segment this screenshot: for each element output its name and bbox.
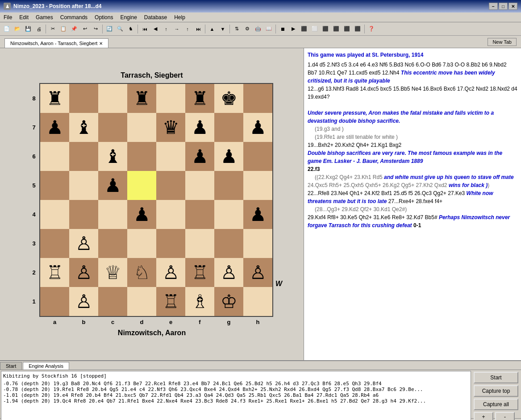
- tb-paste[interactable]: 📌: [69, 24, 79, 34]
- cell-f1[interactable]: ♗: [185, 287, 214, 316]
- cell-b7[interactable]: ♝: [69, 113, 98, 142]
- engine-tab-start[interactable]: Start: [0, 362, 22, 370]
- cell-e8[interactable]: [156, 84, 185, 113]
- engine-start-button[interactable]: Start: [474, 372, 518, 383]
- cell-a3[interactable]: [40, 229, 69, 258]
- tb-b5[interactable]: ⬛: [342, 24, 352, 34]
- cell-g5[interactable]: [214, 171, 243, 200]
- cell-d4[interactable]: ♟: [127, 200, 156, 229]
- cell-h1[interactable]: [243, 287, 272, 316]
- tb-back[interactable]: ↑: [161, 24, 171, 34]
- tb-flip[interactable]: ⇅: [232, 24, 242, 34]
- tb-down2[interactable]: ▼: [218, 24, 228, 34]
- tb-b4[interactable]: ⬛: [331, 24, 341, 34]
- cell-h6[interactable]: [243, 142, 272, 171]
- tb-prev[interactable]: ◀: [150, 24, 160, 34]
- cell-c8[interactable]: [98, 84, 127, 113]
- cell-a5[interactable]: [40, 171, 69, 200]
- cell-c5[interactable]: ♟: [98, 171, 127, 200]
- menu-engine[interactable]: Engine: [117, 13, 140, 21]
- tb-new[interactable]: 📄: [2, 24, 12, 34]
- cell-d6[interactable]: [127, 142, 156, 171]
- cell-a8[interactable]: ♜: [40, 84, 69, 113]
- tb-first[interactable]: ⏮: [140, 24, 150, 34]
- minimize-button[interactable]: −: [489, 3, 498, 10]
- tb-redo[interactable]: ↪: [91, 24, 100, 34]
- engine-capture-all-button[interactable]: Capture all: [474, 399, 518, 410]
- cell-h2[interactable]: ♙: [243, 258, 272, 287]
- menu-edit[interactable]: Edit: [16, 13, 32, 21]
- cell-c2[interactable]: ♕: [98, 258, 127, 287]
- tb-refresh[interactable]: 🔄: [104, 24, 114, 34]
- cell-f5[interactable]: [185, 171, 214, 200]
- cell-f8[interactable]: ♜: [185, 84, 214, 113]
- tb-b1[interactable]: ⬛: [299, 24, 309, 34]
- tb-print[interactable]: 🖨: [34, 24, 44, 34]
- tb-open[interactable]: 📂: [13, 24, 22, 34]
- cell-e7[interactable]: ♛: [156, 113, 185, 142]
- tb-forward[interactable]: ↑: [183, 24, 192, 34]
- cell-a6[interactable]: [40, 142, 69, 171]
- cell-b1[interactable]: ♙: [69, 287, 98, 316]
- cell-h3[interactable]: [243, 229, 272, 258]
- tb-help[interactable]: ❓: [367, 24, 376, 34]
- cell-c1[interactable]: [98, 287, 127, 316]
- cell-e5[interactable]: [156, 171, 185, 200]
- tb-play[interactable]: ▶: [288, 24, 298, 34]
- tb-save[interactable]: 💾: [23, 24, 33, 34]
- cell-d7[interactable]: [127, 113, 156, 142]
- menu-file[interactable]: File: [0, 13, 16, 21]
- cell-a1[interactable]: [40, 287, 69, 316]
- tb-last[interactable]: ⏭: [193, 24, 203, 34]
- cell-f7[interactable]: ♟: [185, 113, 214, 142]
- engine-plus-button[interactable]: +: [474, 412, 493, 420]
- cell-c4[interactable]: [98, 200, 127, 229]
- cell-a7[interactable]: ♟: [40, 113, 69, 142]
- cell-g3[interactable]: [214, 229, 243, 258]
- cell-h8[interactable]: [243, 84, 272, 113]
- cell-h7[interactable]: ♟: [243, 113, 272, 142]
- cell-d2[interactable]: ♘: [127, 258, 156, 287]
- close-button[interactable]: ✕: [508, 3, 517, 10]
- cell-b5[interactable]: [69, 171, 98, 200]
- tb-b3[interactable]: ⬛: [321, 24, 330, 34]
- cell-g7[interactable]: [214, 113, 243, 142]
- cell-g4[interactable]: [214, 200, 243, 229]
- tb-b2[interactable]: ⬜: [310, 24, 320, 34]
- engine-minus-button[interactable]: -: [495, 412, 515, 420]
- game-tab[interactable]: Nimzowitsch, Aaron - Tarrasch, Siegbert …: [4, 38, 108, 48]
- cell-c3[interactable]: [98, 229, 127, 258]
- tab-close-button[interactable]: ✕: [99, 41, 103, 46]
- tb-undo[interactable]: ↩: [80, 24, 90, 34]
- cell-g2[interactable]: ♙: [214, 258, 243, 287]
- tb-cut[interactable]: ✂: [48, 24, 58, 34]
- tb-engine[interactable]: 🤖: [253, 24, 263, 34]
- tb-knight[interactable]: ♞: [126, 24, 136, 34]
- cell-b3[interactable]: ♙: [69, 229, 98, 258]
- tb-next-move[interactable]: →: [172, 24, 182, 34]
- engine-tab-analysis[interactable]: Engine Analysis: [23, 362, 69, 370]
- menu-options[interactable]: Options: [91, 13, 117, 21]
- tb-up2[interactable]: ▲: [207, 24, 217, 34]
- cell-b8[interactable]: [69, 84, 98, 113]
- cell-c6[interactable]: ♝: [98, 142, 127, 171]
- cell-g6[interactable]: ♟: [214, 142, 243, 171]
- cell-h4[interactable]: ♟: [243, 200, 272, 229]
- menu-database[interactable]: Database: [141, 13, 171, 21]
- cell-f2[interactable]: ♖: [185, 258, 214, 287]
- menu-help[interactable]: Help: [171, 13, 189, 21]
- cell-g8[interactable]: ♚: [214, 84, 243, 113]
- cell-a4[interactable]: [40, 200, 69, 229]
- engine-capture-top-button[interactable]: Capture top: [474, 385, 518, 397]
- cell-h5[interactable]: [243, 171, 272, 200]
- game-text-panel[interactable]: This game was played at St. Petersburg, …: [304, 48, 521, 360]
- tb-book[interactable]: 📖: [264, 24, 274, 34]
- cell-e6[interactable]: [156, 142, 185, 171]
- cell-b2[interactable]: ♙: [69, 258, 98, 287]
- maximize-button[interactable]: □: [499, 3, 508, 10]
- cell-f6[interactable]: ♟: [185, 142, 214, 171]
- cell-e2[interactable]: ♙: [156, 258, 185, 287]
- cell-d5[interactable]: [127, 171, 156, 200]
- cell-d8[interactable]: ♜: [127, 84, 156, 113]
- cell-c7[interactable]: [98, 113, 127, 142]
